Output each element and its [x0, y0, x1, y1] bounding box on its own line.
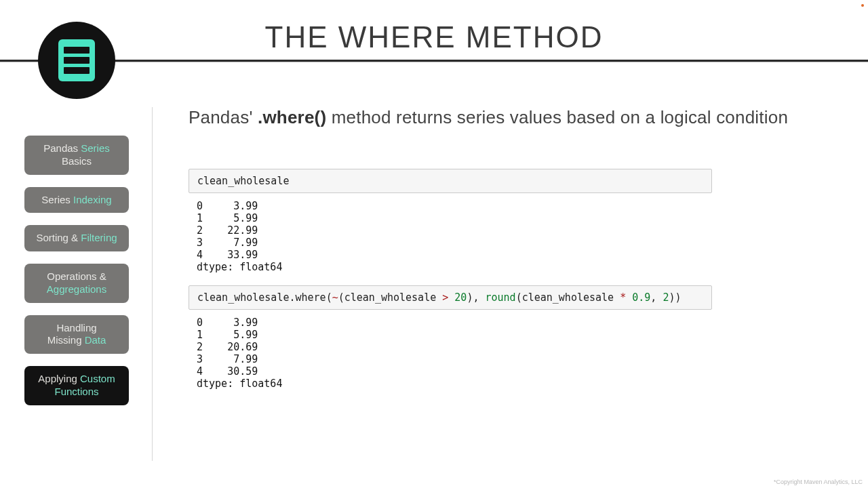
nav-text: Series	[41, 194, 73, 205]
code-text: (clean_wholesale	[516, 291, 620, 304]
nav-accent: Series	[81, 142, 110, 154]
course-logo	[38, 22, 115, 99]
nav-item-sorting-filtering[interactable]: Sorting & Filtering	[24, 225, 129, 251]
nav-text: Missing	[47, 334, 85, 346]
code-op-gt: >	[442, 291, 448, 304]
code-cell-1: clean_wholesale	[189, 169, 712, 193]
code-text	[448, 291, 454, 304]
series-icon	[58, 39, 95, 81]
nav-accent: Filtering	[81, 232, 117, 243]
code-text: ),	[467, 291, 485, 304]
lead-suffix: method returns series values based on a …	[326, 107, 788, 127]
nav-accent: Custom	[80, 373, 115, 384]
code-text: (clean_wholesale	[338, 291, 443, 304]
slide-header: THE WHERE METHOD	[0, 0, 868, 61]
nav-text: Sorting &	[36, 232, 81, 243]
nav-text: Pandas	[43, 142, 81, 154]
code-op-tilde: ~	[332, 291, 338, 304]
nav-item-applying-custom-functions[interactable]: Applying Custom Functions	[24, 366, 129, 405]
code-text: clean_wholesale	[197, 175, 289, 187]
code-cell-2: clean_wholesale.where(~(clean_wholesale …	[189, 285, 712, 310]
lead-prefix: Pandas'	[189, 107, 258, 127]
nav-accent: Data	[85, 334, 106, 346]
nav-item-series-indexing[interactable]: Series Indexing	[24, 187, 129, 214]
header-divider	[0, 60, 868, 62]
vertical-divider	[152, 107, 153, 461]
code-op-mul: *	[620, 291, 626, 304]
output-1: 0 3.99 1 5.99 2 22.99 3 7.99 4 33.99 dty…	[189, 193, 827, 285]
nav-item-operations-aggregations[interactable]: Operations & Aggregations	[24, 264, 129, 303]
nav-text: Handling	[56, 322, 96, 333]
slide-title: THE WHERE METHOD	[0, 0, 868, 54]
code-num: 0.9	[632, 291, 650, 304]
code-num: 20	[454, 291, 467, 304]
nav-text: Operations &	[47, 270, 106, 282]
output-2: 0 3.99 1 5.99 2 20.69 3 7.99 4 30.59 dty…	[189, 310, 827, 402]
nav-text: Basics	[62, 155, 92, 167]
nav-accent: Aggregations	[47, 283, 106, 295]
code-text: ,	[650, 291, 663, 304]
section-nav: Pandas Series Basics Series Indexing Sor…	[24, 136, 129, 405]
code-text: clean_wholesale.where(	[197, 291, 332, 304]
slide-body: Pandas' .where() method returns series v…	[189, 107, 827, 402]
lead-method: .where()	[258, 107, 326, 127]
code-text: ))	[669, 291, 681, 304]
lead-sentence: Pandas' .where() method returns series v…	[189, 107, 827, 128]
nav-accent: Functions	[54, 386, 98, 397]
nav-accent: Indexing	[73, 194, 112, 205]
code-text	[626, 291, 632, 304]
code-func-round: round	[485, 291, 515, 304]
nav-item-series-basics[interactable]: Pandas Series Basics	[24, 136, 129, 175]
copyright-footer: *Copyright Maven Analytics, LLC	[774, 479, 863, 485]
nav-item-handling-missing-data[interactable]: Handling Missing Data	[24, 315, 129, 354]
nav-text: Applying	[38, 373, 80, 384]
